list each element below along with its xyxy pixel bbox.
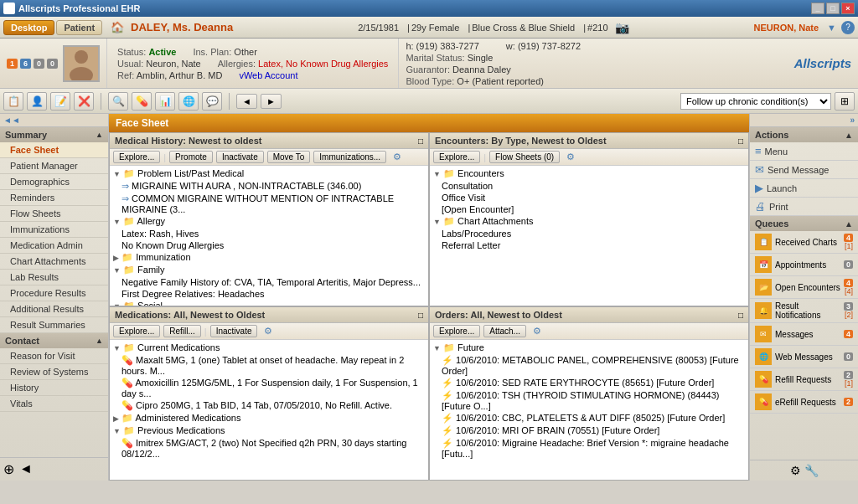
toolbar-btn-1[interactable]: 📋 xyxy=(3,92,23,111)
sidebar-item-patient-manager[interactable]: Patient Manager xyxy=(0,158,108,174)
actions-collapse-icon[interactable]: ▲ xyxy=(845,131,853,140)
sidebar-item-demographics[interactable]: Demographics xyxy=(0,174,108,190)
tree-future-orders[interactable]: ▼ 📁 Future xyxy=(432,342,747,354)
sidebar-item-face-sheet[interactable]: Face Sheet xyxy=(0,142,108,158)
queue-erefill-requests[interactable]: 💊 eRefill Requests 2 xyxy=(750,391,858,414)
toolbar-btn-3[interactable]: 📝 xyxy=(50,92,70,111)
medical-history-maximize[interactable]: □ xyxy=(418,136,423,146)
sidebar-item-review-of-systems[interactable]: Review of Systems xyxy=(0,364,108,380)
tree-order-metabolic[interactable]: ⚡ 10/6/2010: METABOLIC PANEL, COMPREHENS… xyxy=(432,354,747,377)
queues-collapse-icon[interactable]: ▲ xyxy=(845,219,853,229)
tree-order-tsh[interactable]: ⚡ 10/6/2010: TSH (THYROID STIMULATING HO… xyxy=(432,389,747,412)
med-settings-icon2[interactable]: ⚙ xyxy=(264,326,272,337)
tree-migraine-1[interactable]: ⇒ MIGRAINE WITH AURA , NON-INTRACTABLE (… xyxy=(111,180,426,193)
help-btn[interactable]: ▼ xyxy=(827,23,836,33)
sidebar-item-lab-results[interactable]: Lab Results xyxy=(0,270,108,285)
tree-migraine-2[interactable]: ⇒ COMMON MIGRAINE WITHOUT MENTION OF INT… xyxy=(111,193,426,215)
minimize-btn[interactable]: _ xyxy=(811,3,824,14)
med-immunizations-btn[interactable]: Immunizations... xyxy=(313,151,386,163)
tree-latex[interactable]: Latex: Rash, Hives xyxy=(111,228,426,239)
sidebar-item-history[interactable]: History xyxy=(0,380,108,396)
toolbar-btn-4[interactable]: ❌ xyxy=(74,92,94,111)
toolbar-btn-6[interactable]: 💊 xyxy=(132,92,152,111)
nav-next-btn[interactable]: ► xyxy=(261,94,282,109)
help-icon[interactable]: ? xyxy=(841,21,855,34)
toolbar-btn-5[interactable]: 🔍 xyxy=(108,92,128,111)
desktop-btn[interactable]: Desktop xyxy=(3,20,54,35)
tree-family-neg[interactable]: Negative Family History of: CVA, TIA, Te… xyxy=(111,276,426,288)
sidebar-item-reason-for-visit[interactable]: Reason for Visit xyxy=(0,348,108,364)
tree-office-visit[interactable]: Office Visit xyxy=(432,192,747,203)
med-refill-btn[interactable]: Refill... xyxy=(163,325,201,337)
sidebar-item-additional-results[interactable]: Additional Results xyxy=(0,301,108,317)
tree-problem-list[interactable]: ▼ 📁 Problem List/Past Medical xyxy=(111,167,426,180)
queue-web-messages[interactable]: 🌐 Web Messages 0 xyxy=(750,346,858,368)
tree-previous-meds[interactable]: ▼ 📁 Previous Medications xyxy=(111,424,426,437)
tree-allergy[interactable]: ▼ 📁 Allergy xyxy=(111,215,426,228)
action-print[interactable]: 🖨 Print xyxy=(750,198,858,216)
medications-maximize[interactable]: □ xyxy=(418,311,423,320)
tree-family-headache[interactable]: First Degree Relatives: Headaches xyxy=(111,288,426,300)
enc-explore-btn[interactable]: Explore... xyxy=(433,151,480,163)
action-launch[interactable]: ▶ Launch xyxy=(750,179,858,198)
provider-name[interactable]: NEURON, Nate xyxy=(753,23,819,33)
sidebar-bottom-btn-1[interactable]: ⊕ xyxy=(3,461,14,477)
med-inactivate-btn2[interactable]: Inactivate xyxy=(210,325,258,337)
queue-result-notifications[interactable]: 🔔 Result Notifications 3 [2] xyxy=(750,299,858,323)
tree-social[interactable]: ▼ 📁 Social xyxy=(111,300,426,306)
right-bottom-btn-1[interactable]: ⚙ xyxy=(790,464,801,477)
queue-open-encounters[interactable]: 📂 Open Encounters 4 [4] xyxy=(750,276,858,299)
tree-consultation[interactable]: Consultation xyxy=(432,180,747,192)
tree-order-mri[interactable]: ⚡ 10/6/2010: MRI OF BRAIN (70551) [Futur… xyxy=(432,424,747,437)
tree-cipro[interactable]: 💊 Cipro 250MG, 1 Tab BID, 14 Tab, 07/05/… xyxy=(111,399,426,412)
tree-maxalt[interactable]: 💊 Maxalt 5MG, 1 (one) Tablet at onset of… xyxy=(111,354,426,377)
follow-up-select[interactable]: Follow up chronic condition(s) xyxy=(680,93,831,110)
window-controls[interactable]: _ □ × xyxy=(811,3,855,14)
contact-collapse-icon[interactable]: ▲ xyxy=(96,337,103,345)
sidebar-collapse-btn[interactable]: ◄◄ xyxy=(3,116,20,125)
encounters-maximize[interactable]: □ xyxy=(738,136,743,146)
nav-prev-btn[interactable]: ◄ xyxy=(236,94,257,109)
toolbar-grid-btn[interactable]: ⊞ xyxy=(835,92,855,111)
patient-name[interactable]: DALEY, Ms. Deanna xyxy=(131,21,233,33)
action-send-message[interactable]: ✉ Send Message xyxy=(750,161,858,179)
toolbar-btn-2[interactable]: 👤 xyxy=(27,92,47,111)
tree-referral[interactable]: Referral Letter xyxy=(432,239,747,251)
maximize-btn[interactable]: □ xyxy=(826,3,840,14)
sidebar-item-result-summaries[interactable]: Result Summaries xyxy=(0,317,108,333)
sidebar-item-immunizations[interactable]: Immunizations xyxy=(0,222,108,238)
med-settings-icon[interactable]: ⚙ xyxy=(393,152,401,162)
med-promote-btn[interactable]: Promote xyxy=(169,151,213,163)
sidebar-item-reminders[interactable]: Reminders xyxy=(0,190,108,206)
action-menu[interactable]: ≡ Menu xyxy=(750,142,858,161)
tree-immunization[interactable]: ▶ 📁 Immunization xyxy=(111,251,426,264)
enc-settings-icon[interactable]: ⚙ xyxy=(566,152,575,162)
sidebar-bottom-btn-2[interactable]: ◄ xyxy=(19,461,33,477)
tree-order-cbc[interactable]: ⚡ 10/6/2010: CBC, PLATELETS & AUT DIFF (… xyxy=(432,412,747,424)
tree-encounters-folder[interactable]: ▼ 📁 Encounters xyxy=(432,167,747,180)
summary-collapse-icon[interactable]: ▲ xyxy=(96,131,103,139)
tree-order-migraine[interactable]: ⚡ 10/6/2010: Migraine Headache: Brief Ve… xyxy=(432,437,747,460)
med-move-to-btn[interactable]: Move To xyxy=(267,151,311,163)
ord-attach-btn[interactable]: Attach... xyxy=(483,325,526,337)
sidebar-item-chart-attachments[interactable]: Chart Attachments xyxy=(0,254,108,270)
tree-no-drug-allergy[interactable]: No Known Drug Allergies xyxy=(111,239,426,251)
queue-messages[interactable]: ✉ Messages 4 xyxy=(750,323,858,346)
toolbar-btn-7[interactable]: 📊 xyxy=(155,92,175,111)
ord-explore-btn[interactable]: Explore... xyxy=(433,325,480,337)
tree-labs[interactable]: Labs/Procedures xyxy=(432,228,747,239)
tree-current-meds[interactable]: ▼ 📁 Current Medications xyxy=(111,342,426,354)
enc-flow-sheets-btn[interactable]: Flow Sheets (0) xyxy=(489,151,560,163)
queue-refill-requests[interactable]: 💊 Refill Requests 2 [1] xyxy=(750,368,858,391)
tree-administered-meds[interactable]: ▶ 📁 Administered Medications xyxy=(111,412,426,424)
med-inactivate-btn[interactable]: Inactivate xyxy=(216,151,264,163)
sidebar-item-procedure-results[interactable]: Procedure Results xyxy=(0,285,108,301)
tree-order-sed-rate[interactable]: ⚡ 10/6/2010: SED RATE ERYTHROCYTE (85651… xyxy=(432,377,747,389)
toolbar-btn-9[interactable]: 💬 xyxy=(202,92,222,111)
tree-family[interactable]: ▼ 📁 Family xyxy=(111,264,426,276)
close-btn[interactable]: × xyxy=(841,3,855,14)
med-explore-btn[interactable]: Explore... xyxy=(113,151,160,163)
orders-maximize[interactable]: □ xyxy=(738,311,743,320)
tree-open-encounter[interactable]: [Open Encounter] xyxy=(432,203,747,215)
tree-imitrex[interactable]: 💊 Imitrex 5MG/ACT, 2 (two) Not Specified… xyxy=(111,437,426,460)
